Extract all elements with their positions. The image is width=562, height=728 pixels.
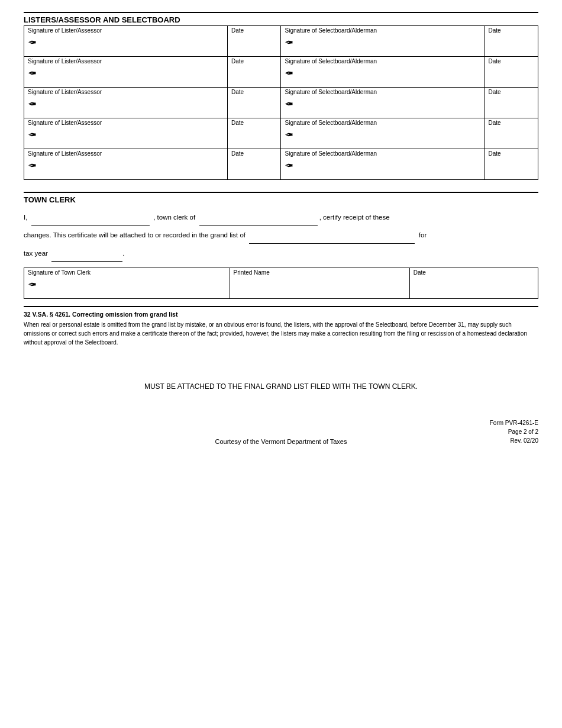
table-row: Signature of Lister/Assessor ✒ Date Sign… [24, 57, 538, 88]
legal-section: 32 V.SA. § 4261. Correcting omission fro… [24, 306, 538, 347]
date-select-cell-2: Date [485, 88, 538, 118]
table-row: Signature of Lister/Assessor ✒ Date Sign… [24, 118, 538, 149]
date-lister-label-2: Date [231, 89, 277, 95]
pen-icon: ✒ [28, 278, 37, 291]
town-clerk-town-field[interactable] [199, 210, 318, 226]
pen-icon: ✒ [28, 98, 37, 111]
grand-list-field[interactable] [249, 228, 415, 243]
sig-select-label-3: Signature of Selectboard/Alderman [285, 120, 480, 126]
tc-sig-cell: Signature of Town Clerk ✒ [24, 268, 230, 298]
tax-year-field[interactable] [51, 246, 122, 262]
date-lister-cell-2: Date [227, 88, 281, 118]
sig-lister-cell-1: Signature of Lister/Assessor ✒ [24, 57, 228, 88]
sig-select-cell-2: Signature of Selectboard/Alderman ✒ [281, 88, 485, 118]
pen-icon: ✒ [28, 128, 37, 141]
date-lister-cell-0: Date [227, 26, 281, 57]
listers-section: LISTERS/ASSESSOR AND SELECTBOARD Signatu… [24, 12, 538, 180]
sig-lister-cell-4: Signature of Lister/Assessor ✒ [24, 149, 228, 180]
footer: Courtesy of the Vermont Department of Ta… [24, 438, 538, 445]
sig-select-cell-1: Signature of Selectboard/Alderman ✒ [281, 57, 485, 88]
sig-lister-label-4: Signature of Lister/Assessor [28, 150, 224, 157]
sig-lister-label-3: Signature of Lister/Assessor [28, 120, 224, 126]
tc-sig-label: Signature of Town Clerk [28, 269, 226, 276]
sig-lister-cell-0: Signature of Lister/Assessor ✒ [24, 26, 228, 57]
footer-right: Form PVR-4261-E Page 2 of 2 Rev. 02/20 [490, 418, 538, 445]
date-select-cell-4: Date [485, 149, 538, 180]
date-lister-cell-4: Date [227, 149, 281, 180]
date-lister-cell-1: Date [227, 57, 281, 88]
tc-date-cell: Date [409, 268, 538, 298]
sig-lister-label-1: Signature of Lister/Assessor [28, 58, 224, 65]
town-clerk-para1: I, , town clerk of , certify receipt of … [24, 210, 538, 226]
sig-select-label-4: Signature of Selectboard/Alderman [285, 150, 480, 157]
pen-icon: ✒ [28, 67, 37, 80]
pen-icon: ✒ [285, 159, 293, 172]
date-select-cell-1: Date [485, 57, 538, 88]
tc-date-label: Date [414, 269, 534, 276]
sig-select-cell-4: Signature of Selectboard/Alderman ✒ [281, 149, 485, 180]
table-row: Signature of Lister/Assessor ✒ Date Sign… [24, 149, 538, 180]
sig-lister-cell-3: Signature of Lister/Assessor ✒ [24, 118, 228, 149]
listers-section-title: LISTERS/ASSESSOR AND SELECTBOARD [24, 13, 538, 25]
must-attached: MUST BE ATTACHED TO THE FINAL GRAND LIST… [24, 382, 538, 391]
date-select-label-0: Date [488, 27, 534, 34]
date-lister-label-0: Date [231, 27, 277, 34]
date-lister-cell-3: Date [227, 118, 281, 149]
pen-icon: ✒ [285, 67, 293, 80]
pen-icon: ✒ [285, 98, 293, 111]
town-clerk-para2: changes. This certificate will be attach… [24, 228, 538, 243]
date-lister-label-4: Date [231, 150, 277, 157]
legal-text: When real or personal estate is omitted … [24, 320, 538, 347]
date-lister-label-3: Date [231, 120, 277, 126]
date-select-label-3: Date [488, 120, 534, 126]
table-row: Signature of Lister/Assessor ✒ Date Sign… [24, 26, 538, 57]
tc-printed-name-cell: Printed Name [230, 268, 409, 298]
date-select-cell-3: Date [485, 118, 538, 149]
town-clerk-sig-table: Signature of Town Clerk ✒ Printed Name D… [24, 268, 538, 299]
sig-lister-label-0: Signature of Lister/Assessor [28, 27, 224, 34]
pen-icon: ✒ [285, 128, 293, 141]
sig-lister-label-2: Signature of Lister/Assessor [28, 89, 224, 95]
date-select-label-2: Date [488, 89, 534, 95]
date-select-label-4: Date [488, 150, 534, 157]
date-select-cell-0: Date [485, 26, 538, 57]
footer-center: Courtesy of the Vermont Department of Ta… [24, 438, 538, 445]
pen-icon: ✒ [28, 36, 37, 49]
sig-lister-cell-2: Signature of Lister/Assessor ✒ [24, 88, 228, 118]
legal-title: 32 V.SA. § 4261. Correcting omission fro… [24, 311, 538, 318]
date-select-label-1: Date [488, 58, 534, 65]
town-clerk-section: TOWN CLERK I, , town clerk of , certify … [24, 192, 538, 299]
sig-select-label-2: Signature of Selectboard/Alderman [285, 89, 480, 95]
date-lister-label-1: Date [231, 58, 277, 65]
pen-icon: ✒ [285, 36, 293, 49]
listers-sig-table: Signature of Lister/Assessor ✒ Date Sign… [24, 25, 538, 180]
table-row: Signature of Town Clerk ✒ Printed Name D… [24, 268, 538, 298]
tc-printed-name-label: Printed Name [234, 269, 406, 276]
sig-select-cell-3: Signature of Selectboard/Alderman ✒ [281, 118, 485, 149]
town-clerk-para3: tax year . [24, 246, 538, 262]
table-row: Signature of Lister/Assessor ✒ Date Sign… [24, 88, 538, 118]
town-clerk-title: TOWN CLERK [24, 193, 538, 210]
pen-icon: ✒ [28, 159, 37, 172]
sig-select-cell-0: Signature of Selectboard/Alderman ✒ [281, 26, 485, 57]
sig-select-label-1: Signature of Selectboard/Alderman [285, 58, 480, 65]
sig-select-label-0: Signature of Selectboard/Alderman [285, 27, 480, 34]
town-clerk-name-field[interactable] [31, 210, 150, 226]
